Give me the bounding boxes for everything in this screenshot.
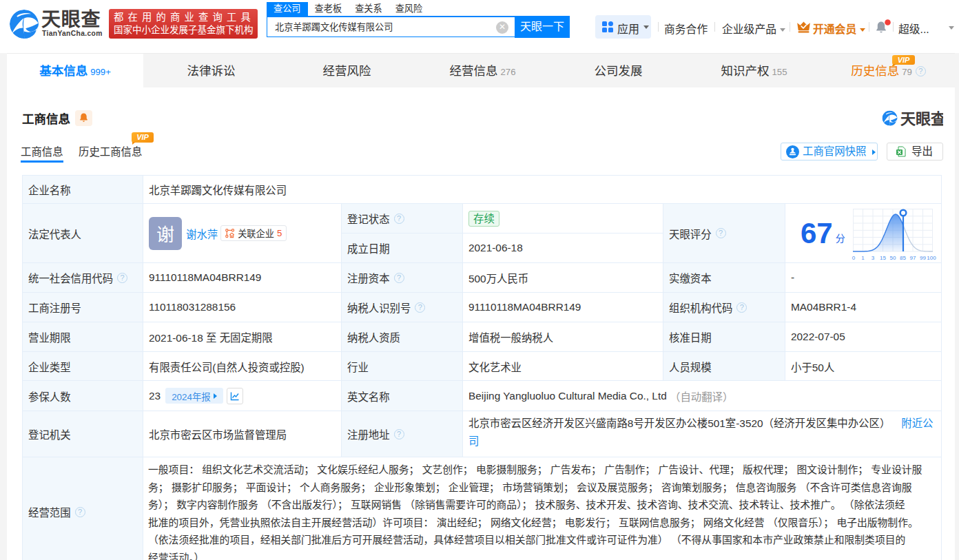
svg-text:3: 3 bbox=[871, 255, 874, 261]
svg-text:0: 0 bbox=[852, 255, 855, 261]
svg-text:100: 100 bbox=[927, 255, 936, 261]
svg-text:97: 97 bbox=[909, 255, 916, 261]
svg-text:1: 1 bbox=[861, 255, 865, 261]
svg-text:15: 15 bbox=[880, 255, 886, 261]
svg-text:85: 85 bbox=[900, 255, 906, 261]
svg-text:99: 99 bbox=[920, 255, 926, 261]
svg-text:50: 50 bbox=[889, 255, 896, 261]
svg-text:天眼查: 天眼查 bbox=[900, 110, 943, 127]
